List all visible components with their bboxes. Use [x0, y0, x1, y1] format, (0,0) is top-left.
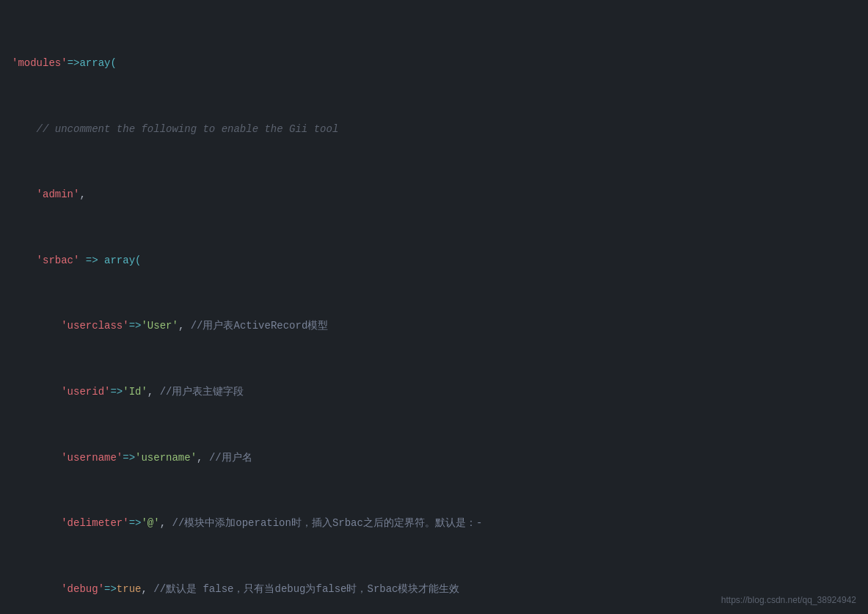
watermark: https://blog.csdn.net/qq_38924942 — [721, 595, 856, 605]
line-8: 'delimeter'=>'@', //模块中添加operation时，插入Sr… — [0, 515, 868, 531]
line-7: 'username'=>'username', //用户名 — [0, 450, 868, 466]
line-6: 'userid'=>'Id', //用户表主键字段 — [0, 384, 868, 400]
code-block: 'modules'=>array( // uncomment the follo… — [0, 0, 868, 614]
line-1: 'modules'=>array( — [0, 55, 868, 71]
line-3: 'admin', — [0, 186, 868, 202]
line-2: // uncomment the following to enable the… — [0, 121, 868, 137]
line-5: 'userclass'=>'User', //用户表ActiveRecord模型 — [0, 318, 868, 334]
line-4: 'srbac' => array( — [0, 252, 868, 268]
